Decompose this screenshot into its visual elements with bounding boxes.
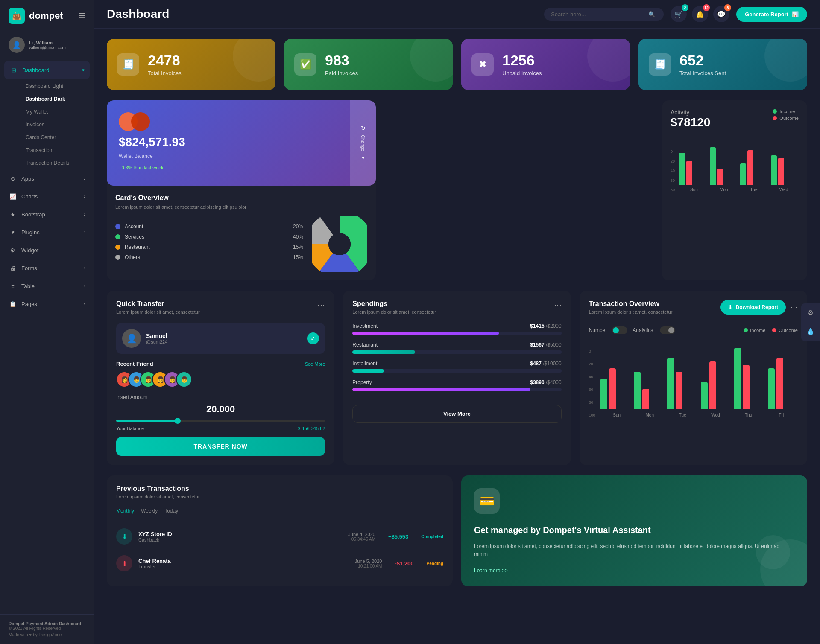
search-icon: 🔍 xyxy=(648,11,655,17)
sidebar-item-apps[interactable]: ⊙ Apps › xyxy=(0,169,94,187)
right-drop-button[interactable]: 💧 xyxy=(801,322,820,341)
search-bar[interactable]: 🔍 xyxy=(544,8,664,21)
slider-track xyxy=(116,420,325,422)
spending-installment: Installment $487 /$10000 xyxy=(352,361,561,373)
sidebar-item-bootstrap[interactable]: ★ Bootstrap › xyxy=(0,205,94,223)
tx-tab-monthly[interactable]: Monthly xyxy=(116,508,134,516)
tx-type-2: Transfer xyxy=(138,564,171,569)
transfer-now-button[interactable]: TRANSFER NOW xyxy=(116,437,325,456)
sidebar-item-cards-center[interactable]: Cards Center xyxy=(17,131,94,144)
cards-overview-content: Card's Overview Lorem ipsum dolor sit am… xyxy=(107,186,376,280)
middle-row: $824,571.93 Wallet Balance +0.8% than la… xyxy=(107,100,807,280)
footer-brand: Dompet Payment Admin Dashboard xyxy=(9,621,85,626)
hamburger-icon[interactable]: ☰ xyxy=(79,11,85,20)
generate-report-label: Generate Report xyxy=(745,11,788,17)
user-name: William xyxy=(36,40,53,45)
chevron-right-icon: › xyxy=(84,176,85,181)
sidebar-item-dashboard-dark[interactable]: Dashboard Dark xyxy=(17,93,94,105)
sidebar-item-label: Pages xyxy=(21,301,37,307)
tx-tab-today[interactable]: Today xyxy=(164,508,178,516)
see-all-link[interactable]: See More xyxy=(305,361,325,367)
va-icon: 💳 xyxy=(474,488,500,514)
msg-badge: 8 xyxy=(724,4,731,11)
tx-date-2: June 5, 2020 10:21:00 AM xyxy=(355,559,382,568)
sidebar-item-dashboard-light[interactable]: Dashboard Light xyxy=(17,80,94,93)
sidebar-item-forms[interactable]: 🖨 Forms › xyxy=(0,259,94,277)
spendings-more-icon[interactable]: ⋯ xyxy=(554,300,562,309)
sidebar-item-label: Widget xyxy=(21,247,38,254)
sidebar-item-pages[interactable]: 📋 Pages › xyxy=(0,295,94,313)
sidebar-item-charts[interactable]: 📈 Charts › xyxy=(0,187,94,205)
sidebar-item-dashboard[interactable]: ⊞ Dashboard ▾ xyxy=(4,61,90,79)
pages-icon: 📋 xyxy=(9,300,17,308)
sidebar-item-widget[interactable]: ⚙ Widget xyxy=(0,241,94,259)
message-button[interactable]: 💬 8 xyxy=(713,6,729,22)
outcome-legend-small: Outcome xyxy=(772,328,798,333)
chevron-down-icon: ▾ xyxy=(362,154,365,161)
y-axis: 80 60 40 20 0 xyxy=(671,149,675,192)
recent-friends-title: Recent Friend xyxy=(116,361,153,367)
cart-badge: 2 xyxy=(682,4,688,11)
tx-amount-2: -$1,200 xyxy=(395,560,413,567)
download-report-button[interactable]: ⬇ Download Report xyxy=(720,300,786,315)
spending-restaurant: Restaurant $1567 /$5000 xyxy=(352,342,561,354)
income-label-small: Income xyxy=(750,328,765,333)
big-bar-wed xyxy=(701,361,731,409)
transfer-user-handle: @sum224 xyxy=(146,339,167,344)
cart-button[interactable]: 🛒 2 xyxy=(671,6,687,22)
progress-restaurant xyxy=(352,350,561,354)
unpaid-invoices-label: Unpaid Invoices xyxy=(502,70,542,76)
sidebar-item-mywallet[interactable]: My Wallet xyxy=(17,105,94,118)
bar-group-mon xyxy=(710,147,738,185)
header-icons: 🛒 2 🔔 12 💬 8 xyxy=(671,6,729,22)
number-toggle[interactable] xyxy=(612,326,627,334)
total-invoices-label: Total Invoices xyxy=(148,70,182,76)
tx-tab-weekly[interactable]: Weekly xyxy=(141,508,158,516)
big-bar-labels: Sun Mon Tue Wed Thu Fri xyxy=(600,413,798,417)
chevron-right-icon: › xyxy=(84,283,85,288)
sidebar-logo: 👜 dompet ☰ xyxy=(0,0,94,32)
user-email: william@gmail.com xyxy=(29,45,66,50)
sidebar-item-table[interactable]: ≡ Table › xyxy=(0,277,94,295)
tx-date-1: June 4, 2020 05:34:45 AM xyxy=(348,532,375,542)
unpaid-invoices-icon: ✖ xyxy=(472,53,494,76)
footer-made-with: Made with ♥ by DesignZone xyxy=(9,632,85,637)
wallet-logos xyxy=(119,112,364,131)
sidebar-item-label: Apps xyxy=(21,175,34,182)
sidebar-item-transaction-details[interactable]: Transaction Details xyxy=(17,157,94,169)
right-gear-button[interactable]: ⚙ xyxy=(801,303,820,322)
logo-text: dompet xyxy=(29,10,63,21)
activity-bar-chart xyxy=(679,142,799,185)
transfer-user-name: Samuel xyxy=(146,332,167,339)
total-sent-number: 652 xyxy=(679,53,726,67)
outcome-legend: Outcome xyxy=(773,116,799,121)
spending-property: Property $3890 /$4000 xyxy=(352,379,561,391)
sidebar-item-transaction[interactable]: Transaction xyxy=(17,144,94,157)
generate-report-button[interactable]: Generate Report 📊 xyxy=(736,7,807,22)
sidebar-item-plugins[interactable]: ♥ Plugins › xyxy=(0,223,94,241)
bell-button[interactable]: 🔔 12 xyxy=(692,6,708,22)
view-more-button[interactable]: View More xyxy=(352,405,561,423)
bell-badge: 12 xyxy=(703,4,710,11)
paid-invoices-label: Paid Invoices xyxy=(325,70,358,76)
search-input[interactable] xyxy=(551,11,645,17)
analytics-toggle[interactable] xyxy=(660,326,675,334)
to-controls: Number Analytics Income xyxy=(589,326,798,334)
change-button[interactable]: ↻ Change ▾ xyxy=(350,100,376,186)
sidebar-item-invoices[interactable]: Invoices xyxy=(17,118,94,131)
transaction-overview-subtitle: Lorem ipsum dolor sit amet, consectetur xyxy=(589,309,673,315)
legend-item-others: Others 15% xyxy=(115,254,303,260)
change-label: Change xyxy=(360,135,366,152)
plugins-icon: ♥ xyxy=(9,228,17,236)
stat-cards-row: 🧾 2478 Total Invoices ✅ 983 Paid Invoice… xyxy=(107,39,807,90)
big-bar-sun xyxy=(600,368,630,409)
to-more-icon[interactable]: ⋯ xyxy=(790,303,798,312)
more-options-icon[interactable]: ⋯ xyxy=(317,300,325,309)
slider-dot xyxy=(175,418,181,424)
amount-slider[interactable] xyxy=(116,420,325,422)
va-learn-more[interactable]: Learn more >> xyxy=(474,568,794,574)
widget-icon: ⚙ xyxy=(9,246,17,254)
big-y-axis: 100 80 60 40 20 0 xyxy=(589,349,599,417)
logo-icon: 👜 xyxy=(9,8,25,24)
big-bar-mon xyxy=(634,372,664,409)
